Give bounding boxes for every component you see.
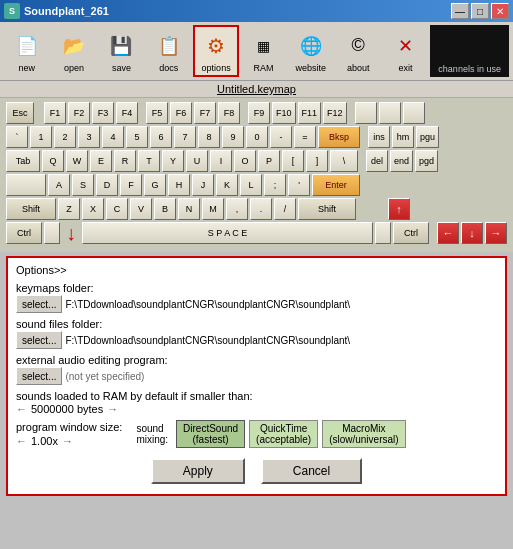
key-f12[interactable]: F12 xyxy=(323,102,347,124)
key-i[interactable]: I xyxy=(210,150,232,172)
key-semicolon[interactable]: ; xyxy=(264,174,286,196)
key-t[interactable]: T xyxy=(138,150,160,172)
key-pgu[interactable]: pgu xyxy=(416,126,439,148)
key-rshift[interactable]: Shift xyxy=(298,198,356,220)
key-equals[interactable]: = xyxy=(294,126,316,148)
key-capslock[interactable] xyxy=(6,174,46,196)
key-6[interactable]: 6 xyxy=(150,126,172,148)
key-b[interactable]: B xyxy=(154,198,176,220)
key-del[interactable]: del xyxy=(366,150,388,172)
key-l[interactable]: L xyxy=(240,174,262,196)
key-pgd[interactable]: pgd xyxy=(415,150,438,172)
docs-button[interactable]: 📋 docs xyxy=(146,25,191,77)
key-lshift[interactable]: Shift xyxy=(6,198,56,220)
external-audio-select-button[interactable]: select... xyxy=(16,367,62,385)
key-scrlk[interactable] xyxy=(379,102,401,124)
program-size-right[interactable]: → xyxy=(62,435,73,447)
about-button[interactable]: © about xyxy=(336,25,381,77)
key-f11[interactable]: F11 xyxy=(298,102,322,124)
key-comma[interactable]: , xyxy=(226,198,248,220)
keymaps-select-button[interactable]: select... xyxy=(16,295,62,313)
key-h[interactable]: H xyxy=(168,174,190,196)
key-0[interactable]: 0 xyxy=(246,126,268,148)
key-lctrl[interactable]: Ctrl xyxy=(6,222,42,244)
options-button[interactable]: ⚙ options xyxy=(193,25,238,77)
key-o[interactable]: O xyxy=(234,150,256,172)
key-f3[interactable]: F3 xyxy=(92,102,114,124)
key-4[interactable]: 4 xyxy=(102,126,124,148)
key-u[interactable]: U xyxy=(186,150,208,172)
key-7[interactable]: 7 xyxy=(174,126,196,148)
key-lwin[interactable] xyxy=(44,222,60,244)
key-s[interactable]: S xyxy=(72,174,94,196)
key-q[interactable]: Q xyxy=(42,150,64,172)
ram-button[interactable]: ▦ RAM xyxy=(241,25,286,77)
key-backslash[interactable]: \ xyxy=(330,150,358,172)
key-pause[interactable] xyxy=(403,102,425,124)
key-backspace[interactable]: Bksp xyxy=(318,126,360,148)
key-end[interactable]: end xyxy=(390,150,413,172)
key-r[interactable]: R xyxy=(114,150,136,172)
key-slash[interactable]: / xyxy=(274,198,296,220)
key-2[interactable]: 2 xyxy=(54,126,76,148)
key-quote[interactable]: ' xyxy=(288,174,310,196)
new-button[interactable]: 📄 new xyxy=(4,25,49,77)
maximize-button[interactable]: □ xyxy=(471,3,489,19)
key-rwin[interactable] xyxy=(375,222,391,244)
key-n[interactable]: N xyxy=(178,198,200,220)
close-button[interactable]: ✕ xyxy=(491,3,509,19)
key-tab[interactable]: Tab xyxy=(6,150,40,172)
program-size-left[interactable]: ← xyxy=(16,435,27,447)
cancel-button[interactable]: Cancel xyxy=(261,458,362,484)
key-9[interactable]: 9 xyxy=(222,126,244,148)
key-3[interactable]: 3 xyxy=(78,126,100,148)
key-right[interactable]: → xyxy=(485,222,507,244)
key-minus[interactable]: - xyxy=(270,126,292,148)
key-a[interactable]: A xyxy=(48,174,70,196)
key-w[interactable]: W xyxy=(66,150,88,172)
key-f4[interactable]: F4 xyxy=(116,102,138,124)
key-period[interactable]: . xyxy=(250,198,272,220)
key-left[interactable]: ← xyxy=(437,222,459,244)
key-f9[interactable]: F9 xyxy=(248,102,270,124)
key-5[interactable]: 5 xyxy=(126,126,148,148)
key-esc[interactable]: Esc xyxy=(6,102,34,124)
key-f7[interactable]: F7 xyxy=(194,102,216,124)
open-button[interactable]: 📂 open xyxy=(51,25,96,77)
key-backtick[interactable]: ` xyxy=(6,126,28,148)
key-1[interactable]: 1 xyxy=(30,126,52,148)
exit-button[interactable]: ✕ exit xyxy=(383,25,428,77)
key-f[interactable]: F xyxy=(120,174,142,196)
key-prtsc[interactable] xyxy=(355,102,377,124)
quicktime-button[interactable]: QuickTime (acceptable) xyxy=(249,420,318,448)
minimize-button[interactable]: — xyxy=(451,3,469,19)
key-f1[interactable]: F1 xyxy=(44,102,66,124)
key-e[interactable]: E xyxy=(90,150,112,172)
key-j[interactable]: J xyxy=(192,174,214,196)
key-z[interactable]: Z xyxy=(58,198,80,220)
key-enter[interactable]: Enter xyxy=(312,174,360,196)
key-f5[interactable]: F5 xyxy=(146,102,168,124)
key-f10[interactable]: F10 xyxy=(272,102,296,124)
save-button[interactable]: 💾 save xyxy=(99,25,144,77)
key-space[interactable]: S P A C E xyxy=(82,222,373,244)
macromix-button[interactable]: MacroMix (slow/universal) xyxy=(322,420,405,448)
key-8[interactable]: 8 xyxy=(198,126,220,148)
ram-right-arrow[interactable]: → xyxy=(107,403,118,415)
apply-button[interactable]: Apply xyxy=(151,458,245,484)
key-hm[interactable]: hm xyxy=(392,126,414,148)
key-c[interactable]: C xyxy=(106,198,128,220)
key-rctrl[interactable]: Ctrl xyxy=(393,222,429,244)
website-button[interactable]: 🌐 website xyxy=(288,25,333,77)
key-m[interactable]: M xyxy=(202,198,224,220)
key-f2[interactable]: F2 xyxy=(68,102,90,124)
key-f6[interactable]: F6 xyxy=(170,102,192,124)
key-y[interactable]: Y xyxy=(162,150,184,172)
ram-left-arrow[interactable]: ← xyxy=(16,403,27,415)
key-up[interactable]: ↑ xyxy=(388,198,410,220)
key-ins[interactable]: ins xyxy=(368,126,390,148)
key-k[interactable]: K xyxy=(216,174,238,196)
key-rbracket[interactable]: ] xyxy=(306,150,328,172)
key-d[interactable]: D xyxy=(96,174,118,196)
sound-files-select-button[interactable]: select... xyxy=(16,331,62,349)
